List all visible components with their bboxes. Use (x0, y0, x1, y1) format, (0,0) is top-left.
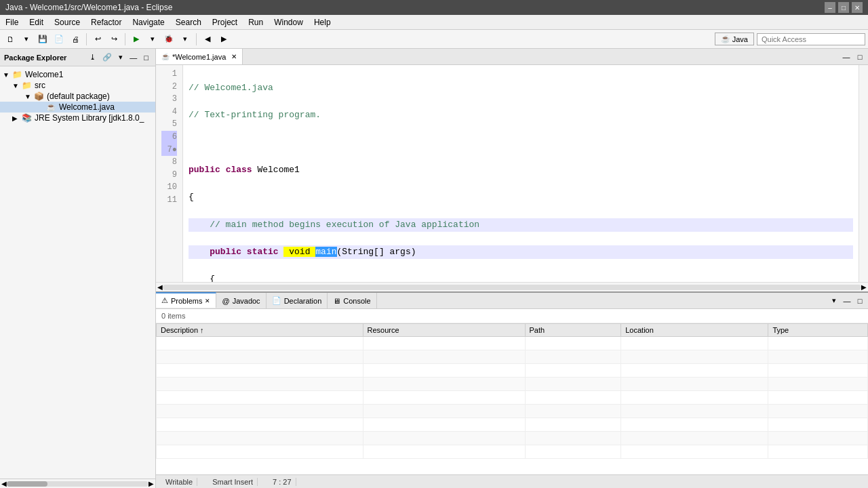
sidebar-header: Package Explorer ⤓ 🔗 ▾ — □ (0, 49, 155, 66)
expand-arrow: ▼ (12, 82, 22, 89)
save-all-button[interactable]: 📄 (52, 32, 66, 47)
sidebar-title: Package Explorer (4, 54, 66, 62)
line-num-3: 3 (161, 93, 177, 106)
editor-scroll-right-button[interactable]: ▶ (861, 283, 867, 291)
tab-problems-label: Problems (171, 297, 202, 305)
maximize-panel-button[interactable]: □ (854, 296, 865, 306)
scroll-left-button[interactable]: ◀ (1, 480, 7, 487)
editor-tab-welcome1[interactable]: ☕ *Welcome1.java ✕ (156, 49, 243, 64)
editor-scroll-left-button[interactable]: ◀ (157, 283, 163, 291)
tab-close-problems[interactable]: ✕ (205, 298, 210, 304)
tree-item-default-package[interactable]: ▼ 📦 (default package) (0, 91, 155, 102)
collapse-all-button[interactable]: ⤓ (87, 52, 98, 63)
panel-dropdown-button[interactable]: ▾ (829, 296, 840, 306)
folder-icon: 📁 (22, 81, 32, 90)
menu-navigate[interactable]: Navigate (127, 15, 170, 29)
menu-file[interactable]: File (0, 15, 24, 29)
toolbar-separator-1 (86, 33, 87, 45)
empty-row-3 (157, 364, 868, 378)
menu-refactor[interactable]: Refactor (85, 15, 127, 29)
tree-item-welcome1[interactable]: ▼ 📁 Welcome1 (0, 69, 155, 80)
maximize-button[interactable]: □ (838, 2, 849, 13)
line-num-6: 6 (161, 131, 177, 144)
code-content[interactable]: // Welcome1.java // Text-printing progra… (183, 65, 859, 282)
line-num-4: 4 (161, 106, 177, 119)
sidebar-horizontal-scrollbar[interactable]: ◀ ▶ (0, 479, 155, 488)
editor-tab-controls: — □ (841, 52, 868, 62)
new-button[interactable]: 🗋 (3, 32, 18, 47)
quick-access-input[interactable] (757, 33, 865, 45)
maximize-sidebar-button[interactable]: □ (141, 52, 151, 63)
tab-console-label: Console (343, 297, 370, 305)
scroll-right-button[interactable]: ▶ (149, 480, 154, 487)
status-insert-mode: Smart Insert (208, 478, 258, 486)
menu-source[interactable]: Source (49, 15, 85, 29)
window-controls: – □ ✕ (825, 2, 863, 13)
empty-row-4 (157, 378, 868, 391)
link-editor-button[interactable]: 🔗 (100, 52, 115, 63)
sidebar-menu-button[interactable]: ▾ (116, 52, 125, 63)
run-button[interactable]: ▶ (129, 32, 144, 47)
empty-row-7 (157, 418, 868, 432)
problems-tbody (157, 337, 868, 459)
new-dropdown[interactable]: ▾ (19, 32, 34, 47)
redo-button[interactable]: ↪ (106, 32, 121, 47)
run-dropdown[interactable]: ▾ (145, 32, 160, 47)
expand-arrow: ▶ (12, 115, 22, 122)
minimize-sidebar-button[interactable]: — (127, 52, 140, 63)
tree-label: Welcome1 (25, 70, 63, 79)
menu-help[interactable]: Help (309, 15, 336, 29)
code-line-2: // Text-printing program. (189, 108, 853, 122)
menu-bar: File Edit Source Refactor Navigate Searc… (0, 15, 868, 30)
close-button[interactable]: ✕ (852, 2, 863, 13)
undo-button[interactable]: ↩ (90, 32, 105, 47)
editor-tabs: ☕ *Welcome1.java ✕ — □ (156, 49, 868, 65)
tab-declaration-label: Declaration (284, 297, 322, 305)
problems-icon: ⚠ (161, 296, 168, 305)
tab-close-button[interactable]: ✕ (231, 53, 237, 60)
java-icon: ☕ (721, 35, 730, 43)
debug-dropdown[interactable]: ▾ (178, 32, 193, 47)
toolbar-separator-3 (196, 33, 197, 45)
tab-declaration[interactable]: 📄 Declaration (267, 293, 328, 308)
tab-console[interactable]: 🖥 Console (328, 293, 376, 308)
editor-vertical-scrollbar[interactable] (859, 65, 868, 282)
status-bar: Writable Smart Insert 7 : 27 (156, 474, 868, 488)
expand-arrow: ▼ (3, 71, 12, 79)
tree-item-welcome1-java[interactable]: ☕ Welcome1.java (0, 102, 155, 113)
menu-search[interactable]: Search (170, 15, 207, 29)
tree-label: (default package) (47, 92, 110, 101)
empty-row-8 (157, 432, 868, 445)
debug-button[interactable]: 🐞 (161, 32, 176, 47)
menu-window[interactable]: Window (269, 15, 309, 29)
print-button[interactable]: 🖨 (68, 32, 83, 47)
sidebar-header-icons: ⤓ 🔗 ▾ — □ (87, 52, 151, 63)
menu-project[interactable]: Project (207, 15, 243, 29)
code-line-7: public static void main(String[] args) (189, 245, 853, 259)
tree-item-jre[interactable]: ▶ 📚 JRE System Library [jdk1.8.0_ (0, 113, 155, 123)
java-perspective-button[interactable]: ☕ Java (715, 33, 754, 45)
tab-javadoc[interactable]: @ Javadoc (216, 293, 266, 308)
editor-area: ☕ *Welcome1.java ✕ — □ 1 2 3 4 5 6 7● (156, 49, 868, 291)
tab-problems[interactable]: ⚠ Problems ✕ (156, 292, 216, 308)
maximize-editor-button[interactable]: □ (854, 52, 865, 62)
menu-edit[interactable]: Edit (24, 15, 49, 29)
editor-horizontal-scrollbar[interactable]: ◀ ▶ (156, 282, 868, 291)
problems-data-table: Description ↑ Resource Path Location Typ… (156, 323, 868, 459)
next-button[interactable]: ▶ (216, 32, 231, 47)
tree-item-src[interactable]: ▼ 📁 src (0, 80, 155, 91)
toolbar-right: ☕ Java (715, 33, 865, 45)
menu-run[interactable]: Run (243, 15, 269, 29)
minimize-editor-button[interactable]: — (841, 52, 852, 62)
minimize-button[interactable]: – (825, 2, 835, 13)
declaration-icon: 📄 (272, 296, 281, 305)
code-editor[interactable]: 1 2 3 4 5 6 7● 8 9 10 11 // Welcome1.jav… (156, 65, 868, 282)
save-button[interactable]: 💾 (35, 32, 50, 47)
minimize-panel-button[interactable]: — (842, 296, 852, 306)
line-num-5: 5 (161, 118, 177, 131)
code-line-4: public class Welcome1 (189, 163, 853, 177)
prev-button[interactable]: ◀ (200, 32, 215, 47)
col-description: Description ↑ (157, 324, 363, 337)
scrollbar-thumb (7, 481, 47, 487)
tab-label: *Welcome1.java (172, 53, 226, 61)
